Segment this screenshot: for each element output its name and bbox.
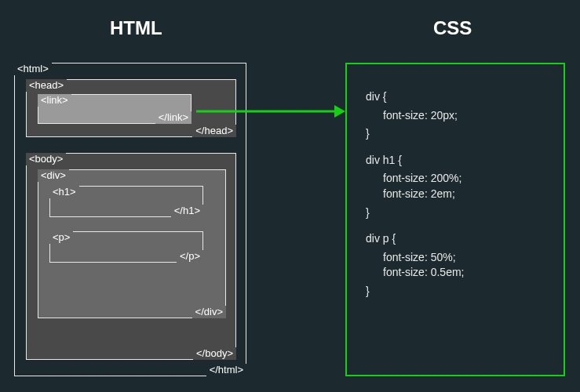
css-heading: CSS [433, 17, 472, 39]
div-close-tag: </div> [192, 306, 226, 318]
html-close-tag: </html> [206, 364, 246, 376]
css-rule: div h1 { font-size: 200%; font-size: 2em… [366, 153, 545, 220]
link-tag-box: <link> </link> [38, 94, 192, 124]
css-selector: div { [366, 89, 545, 105]
p-close-tag: </p> [177, 250, 203, 263]
h1-tag-box: <h1> </h1> [49, 186, 203, 217]
css-code-panel: div { font-size: 20px; } div h1 { font-s… [345, 63, 565, 376]
link-close-tag: </link> [155, 111, 192, 124]
css-declaration: font-size: 2em; [383, 187, 545, 202]
css-declaration: font-size: 20px; [383, 108, 545, 124]
div-open-tag: <div> [38, 169, 69, 182]
css-rule: div { font-size: 20px; } [366, 89, 545, 142]
body-open-tag: <body> [26, 153, 66, 165]
div-tag-box: <div> </div> <h1> </h1> <p> </p> [38, 169, 226, 318]
css-close-brace: } [366, 205, 545, 221]
html-tree-panel: <html> </html> <head> </head> <link> </l… [14, 63, 246, 376]
h1-close-tag: </h1> [171, 205, 203, 217]
body-close-tag: </body> [193, 347, 236, 360]
head-close-tag: </head> [192, 125, 236, 137]
p-open-tag: <p> [49, 231, 73, 244]
css-rule: div p { font-size: 50%; font-size: 0.5em… [366, 231, 545, 299]
css-declarations: font-size: 20px; [366, 108, 545, 124]
html-heading: HTML [110, 17, 162, 39]
head-open-tag: <head> [26, 79, 67, 92]
css-declarations: font-size: 50%; font-size: 0.5em; [366, 250, 545, 281]
html-open-tag: <html> [14, 63, 52, 75]
css-declaration: font-size: 50%; [383, 250, 545, 266]
html-tag-box: <html> </html> <head> </head> <link> </l… [14, 63, 246, 376]
body-tag-box: <body> </body> <div> </div> <h1> </h1> <… [26, 153, 236, 360]
css-close-brace: } [366, 126, 545, 142]
css-declarations: font-size: 200%; font-size: 2em; [366, 171, 545, 201]
p-tag-box: <p> </p> [49, 231, 203, 263]
css-close-brace: } [366, 284, 545, 299]
link-open-tag: <link> [38, 94, 71, 107]
css-declaration: font-size: 0.5em; [383, 265, 545, 281]
h1-open-tag: <h1> [49, 186, 79, 198]
css-declaration: font-size: 200%; [383, 171, 545, 187]
css-selector: div h1 { [366, 153, 545, 169]
css-selector: div p { [366, 231, 545, 247]
svg-marker-1 [334, 105, 345, 118]
head-tag-box: <head> </head> <link> </link> [26, 79, 236, 137]
